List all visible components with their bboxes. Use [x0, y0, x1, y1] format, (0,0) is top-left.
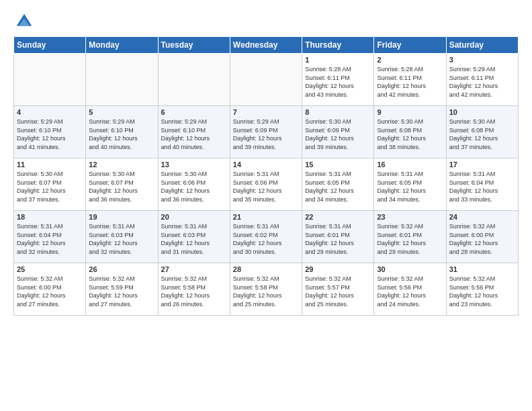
weekday-header-wednesday: Wednesday [230, 37, 302, 54]
day-cell: 25Sunrise: 5:32 AM Sunset: 6:00 PM Dayli… [14, 263, 86, 316]
day-number: 9 [377, 108, 443, 116]
day-number: 16 [377, 161, 443, 169]
day-cell: 11Sunrise: 5:30 AM Sunset: 6:07 PM Dayli… [14, 158, 86, 211]
weekday-header-saturday: Saturday [446, 37, 518, 54]
day-cell: 14Sunrise: 5:31 AM Sunset: 6:06 PM Dayli… [230, 158, 302, 211]
day-number: 26 [89, 265, 154, 273]
day-number: 1 [305, 56, 371, 64]
day-cell: 6Sunrise: 5:29 AM Sunset: 6:10 PM Daylig… [158, 106, 230, 158]
day-cell: 19Sunrise: 5:31 AM Sunset: 6:03 PM Dayli… [86, 211, 158, 263]
day-number: 13 [161, 161, 227, 169]
day-cell: 23Sunrise: 5:32 AM Sunset: 6:01 PM Dayli… [374, 211, 446, 263]
weekday-header-friday: Friday [374, 37, 446, 54]
day-cell-text: Sunrise: 5:31 AM Sunset: 6:04 PM Dayligh… [449, 170, 515, 203]
day-cell: 4Sunrise: 5:29 AM Sunset: 6:10 PM Daylig… [14, 106, 86, 158]
day-cell: 31Sunrise: 5:32 AM Sunset: 5:56 PM Dayli… [446, 263, 518, 316]
day-cell: 7Sunrise: 5:29 AM Sunset: 6:09 PM Daylig… [230, 106, 302, 158]
day-cell-text: Sunrise: 5:30 AM Sunset: 6:09 PM Dayligh… [305, 118, 371, 151]
day-cell-text: Sunrise: 5:31 AM Sunset: 6:02 PM Dayligh… [233, 222, 299, 256]
week-row-1: 4Sunrise: 5:29 AM Sunset: 6:10 PM Daylig… [14, 106, 519, 158]
week-row-3: 18Sunrise: 5:31 AM Sunset: 6:04 PM Dayli… [14, 211, 519, 263]
day-number: 25 [17, 265, 83, 273]
day-number: 11 [17, 161, 83, 169]
day-cell-text: Sunrise: 5:31 AM Sunset: 6:03 PM Dayligh… [161, 222, 227, 256]
day-cell [158, 54, 230, 106]
day-cell: 15Sunrise: 5:31 AM Sunset: 6:05 PM Dayli… [302, 158, 374, 211]
day-cell: 28Sunrise: 5:32 AM Sunset: 5:58 PM Dayli… [230, 263, 302, 316]
day-cell: 30Sunrise: 5:32 AM Sunset: 5:56 PM Dayli… [374, 263, 446, 316]
day-cell-text: Sunrise: 5:31 AM Sunset: 6:05 PM Dayligh… [305, 170, 371, 203]
day-cell-text: Sunrise: 5:31 AM Sunset: 6:05 PM Dayligh… [377, 170, 443, 203]
day-number: 15 [305, 161, 371, 169]
day-number: 3 [449, 56, 515, 64]
day-number: 28 [233, 265, 299, 273]
day-cell-text: Sunrise: 5:28 AM Sunset: 6:11 PM Dayligh… [305, 65, 371, 99]
logo [13, 11, 38, 32]
day-number: 27 [161, 265, 227, 273]
day-cell: 29Sunrise: 5:32 AM Sunset: 5:57 PM Dayli… [302, 263, 374, 316]
day-cell-text: Sunrise: 5:28 AM Sunset: 6:11 PM Dayligh… [377, 65, 443, 99]
day-cell-text: Sunrise: 5:32 AM Sunset: 5:57 PM Dayligh… [305, 275, 371, 308]
calendar-table: SundayMondayTuesdayWednesdayThursdayFrid… [13, 36, 519, 316]
day-number: 10 [449, 108, 515, 116]
weekday-header-thursday: Thursday [302, 37, 374, 54]
day-cell-text: Sunrise: 5:32 AM Sunset: 5:58 PM Dayligh… [161, 275, 227, 308]
day-cell: 27Sunrise: 5:32 AM Sunset: 5:58 PM Dayli… [158, 263, 230, 316]
week-row-2: 11Sunrise: 5:30 AM Sunset: 6:07 PM Dayli… [14, 158, 519, 211]
day-number: 30 [377, 265, 443, 273]
day-cell: 22Sunrise: 5:31 AM Sunset: 6:01 PM Dayli… [302, 211, 374, 263]
day-cell-text: Sunrise: 5:32 AM Sunset: 6:01 PM Dayligh… [377, 222, 443, 256]
day-cell-text: Sunrise: 5:32 AM Sunset: 6:00 PM Dayligh… [17, 275, 83, 308]
day-cell: 12Sunrise: 5:30 AM Sunset: 6:07 PM Dayli… [86, 158, 158, 211]
page: SundayMondayTuesdayWednesdayThursdayFrid… [0, 0, 532, 322]
day-number: 18 [17, 213, 83, 221]
header-area [13, 11, 519, 32]
day-number: 21 [233, 213, 299, 221]
day-cell: 16Sunrise: 5:31 AM Sunset: 6:05 PM Dayli… [374, 158, 446, 211]
day-cell [14, 54, 86, 106]
day-cell: 26Sunrise: 5:32 AM Sunset: 5:59 PM Dayli… [86, 263, 158, 316]
day-cell: 2Sunrise: 5:28 AM Sunset: 6:11 PM Daylig… [374, 54, 446, 106]
day-number: 6 [161, 108, 227, 116]
day-cell-text: Sunrise: 5:30 AM Sunset: 6:07 PM Dayligh… [17, 170, 83, 203]
day-cell [86, 54, 158, 106]
day-cell-text: Sunrise: 5:31 AM Sunset: 6:03 PM Dayligh… [89, 222, 154, 256]
day-number: 29 [305, 265, 371, 273]
day-cell-text: Sunrise: 5:30 AM Sunset: 6:08 PM Dayligh… [449, 118, 515, 151]
day-cell-text: Sunrise: 5:29 AM Sunset: 6:10 PM Dayligh… [17, 118, 83, 151]
day-number: 5 [89, 108, 154, 116]
day-cell-text: Sunrise: 5:32 AM Sunset: 5:56 PM Dayligh… [449, 275, 515, 308]
day-number: 2 [377, 56, 443, 64]
day-cell: 18Sunrise: 5:31 AM Sunset: 6:04 PM Dayli… [14, 211, 86, 263]
day-cell-text: Sunrise: 5:31 AM Sunset: 6:01 PM Dayligh… [305, 222, 371, 256]
day-cell-text: Sunrise: 5:30 AM Sunset: 6:08 PM Dayligh… [377, 118, 443, 151]
day-number: 8 [305, 108, 371, 116]
day-cell-text: Sunrise: 5:29 AM Sunset: 6:10 PM Dayligh… [89, 118, 154, 151]
week-row-4: 25Sunrise: 5:32 AM Sunset: 6:00 PM Dayli… [14, 263, 519, 316]
day-cell: 21Sunrise: 5:31 AM Sunset: 6:02 PM Dayli… [230, 211, 302, 263]
weekday-header-sunday: Sunday [14, 37, 86, 54]
day-cell: 1Sunrise: 5:28 AM Sunset: 6:11 PM Daylig… [302, 54, 374, 106]
day-cell: 24Sunrise: 5:32 AM Sunset: 6:00 PM Dayli… [446, 211, 518, 263]
day-number: 7 [233, 108, 299, 116]
day-number: 23 [377, 213, 443, 221]
day-cell-text: Sunrise: 5:32 AM Sunset: 5:59 PM Dayligh… [89, 275, 154, 308]
day-cell-text: Sunrise: 5:31 AM Sunset: 6:06 PM Dayligh… [233, 170, 299, 203]
day-cell: 17Sunrise: 5:31 AM Sunset: 6:04 PM Dayli… [446, 158, 518, 211]
day-number: 20 [161, 213, 227, 221]
day-cell: 9Sunrise: 5:30 AM Sunset: 6:08 PM Daylig… [374, 106, 446, 158]
day-cell-text: Sunrise: 5:31 AM Sunset: 6:04 PM Dayligh… [17, 222, 83, 256]
weekday-header-monday: Monday [86, 37, 158, 54]
day-cell-text: Sunrise: 5:29 AM Sunset: 6:09 PM Dayligh… [233, 118, 299, 151]
day-number: 22 [305, 213, 371, 221]
day-cell: 13Sunrise: 5:30 AM Sunset: 6:06 PM Dayli… [158, 158, 230, 211]
day-cell: 20Sunrise: 5:31 AM Sunset: 6:03 PM Dayli… [158, 211, 230, 263]
day-number: 31 [449, 265, 515, 273]
day-number: 12 [89, 161, 154, 169]
weekday-header-row: SundayMondayTuesdayWednesdayThursdayFrid… [14, 37, 519, 54]
day-cell-text: Sunrise: 5:29 AM Sunset: 6:11 PM Dayligh… [449, 65, 515, 99]
day-cell: 5Sunrise: 5:29 AM Sunset: 6:10 PM Daylig… [86, 106, 158, 158]
day-cell: 10Sunrise: 5:30 AM Sunset: 6:08 PM Dayli… [446, 106, 518, 158]
logo-icon [13, 11, 35, 32]
day-cell-text: Sunrise: 5:30 AM Sunset: 6:06 PM Dayligh… [161, 170, 227, 203]
